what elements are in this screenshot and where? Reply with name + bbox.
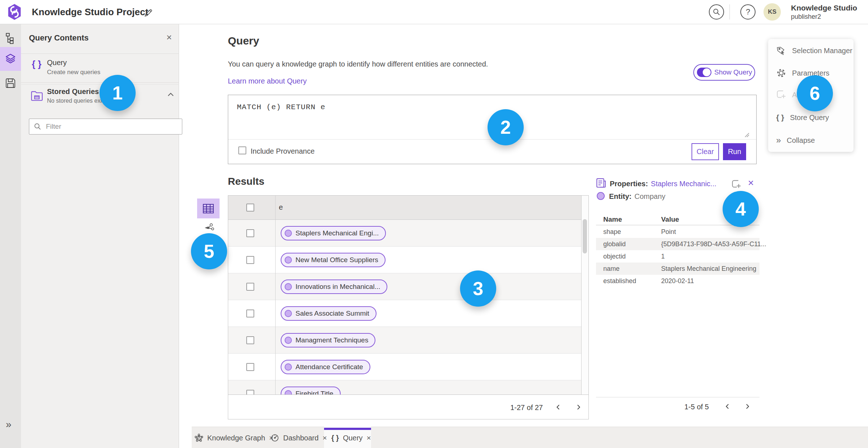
entity-dot-icon <box>285 337 292 344</box>
annotation-callout-5: 5 <box>191 233 227 269</box>
search-button[interactable] <box>709 4 724 20</box>
results-prev-page-button[interactable] <box>556 404 561 410</box>
entity-pill[interactable]: Sales Associate Summit <box>281 306 376 321</box>
table-row[interactable]: Sales Associate Summit <box>228 300 581 327</box>
entity-label: Staplers Mechanical Engi... <box>295 229 379 237</box>
property-value: 1 <box>661 250 665 263</box>
properties-prev-page-button[interactable] <box>725 404 731 409</box>
help-button[interactable]: ? <box>740 4 756 20</box>
properties-icon <box>596 178 606 189</box>
layers-icon <box>5 53 16 65</box>
learn-more-link[interactable]: Learn more about Query <box>228 77 307 85</box>
row-checkbox[interactable] <box>246 229 254 237</box>
table-row[interactable]: Managment Techniques <box>228 327 581 354</box>
table-row[interactable]: New Metal Office Suppliers <box>228 247 581 273</box>
properties-header: Properties: Staplers Mechanic... <box>610 180 716 188</box>
entity-pill[interactable]: Staplers Mechanical Engi... <box>281 226 386 240</box>
tab-knowledge-graph[interactable]: Knowledge Graph × <box>195 433 273 443</box>
annotation-callout-1: 1 <box>99 75 136 111</box>
show-query-toggle[interactable]: Show Query <box>693 64 755 81</box>
tab-dashboard[interactable]: Dashboard × <box>271 433 327 443</box>
panel-item-query-title: Query <box>47 59 67 67</box>
save-rail-button[interactable] <box>5 77 16 89</box>
property-value: Point <box>661 226 676 238</box>
user-info[interactable]: Knowledge Studio publisher2 <box>791 4 857 21</box>
panel-close-button[interactable]: × <box>166 32 172 43</box>
entity-label: Sales Associate Summit <box>295 310 369 317</box>
knowledge-studio-app: Knowledge Studio Project ? KS Knowledge … <box>0 0 868 448</box>
panel-item-query[interactable]: { } Query Create new queries <box>21 54 179 82</box>
edit-title-pencil-icon[interactable] <box>144 8 153 17</box>
row-checkbox[interactable] <box>246 283 254 291</box>
properties-entity-link[interactable]: Staplers Mechanic... <box>651 180 716 188</box>
resize-handle[interactable] <box>743 131 750 138</box>
table-row[interactable]: Staplers Mechanical Engi... <box>228 220 581 247</box>
store-query-button[interactable]: { } Store Query <box>768 108 854 127</box>
select-all-checkbox[interactable] <box>246 204 254 212</box>
app-logo-icon[interactable] <box>7 4 22 20</box>
table-view-button[interactable] <box>197 199 220 218</box>
results-table-card: e Staplers Mechanical Engi... New Metal … <box>228 195 589 419</box>
stored-queries-folder-icon <box>30 90 43 102</box>
callout-number: 6 <box>810 82 820 104</box>
entity-type: Company <box>634 192 665 201</box>
double-chevron-right-icon: » <box>6 419 12 430</box>
include-provenance-checkbox[interactable] <box>238 146 246 154</box>
data-model-rail-button[interactable] <box>4 32 17 44</box>
selection-manager-button[interactable]: Selection Manager <box>768 42 854 60</box>
row-checkbox[interactable] <box>246 310 254 317</box>
question-mark-icon: ? <box>746 7 750 17</box>
entity-pill[interactable]: Innovations in Mechanical... <box>281 280 387 294</box>
toggle-switch-on[interactable] <box>697 68 711 77</box>
table-row[interactable]: Firebird Title <box>228 380 581 394</box>
tab-label: Query <box>343 434 362 442</box>
results-next-page-button[interactable] <box>575 404 581 410</box>
properties-close-button[interactable]: × <box>748 177 754 189</box>
property-name: name <box>603 263 620 275</box>
table-row[interactable]: Innovations in Mechanical... <box>228 273 581 300</box>
tab-label: Knowledge Graph <box>207 434 265 442</box>
results-scrollbar-thumb[interactable] <box>583 219 587 253</box>
properties-next-page-button[interactable] <box>744 404 750 409</box>
user-avatar[interactable]: KS <box>763 3 781 21</box>
row-checkbox[interactable] <box>246 390 254 394</box>
expand-rail-button[interactable]: » <box>6 419 12 430</box>
callout-number: 4 <box>736 198 746 220</box>
graph-view-button[interactable] <box>204 223 214 232</box>
results-title: Results <box>228 176 264 187</box>
double-chevron-right-icon: » <box>776 135 781 145</box>
callout-number: 2 <box>501 116 511 138</box>
query-text[interactable]: MATCH (e) RETURN e <box>237 103 326 111</box>
add-to-new-button[interactable] <box>731 179 741 189</box>
row-checkbox[interactable] <box>246 363 254 371</box>
property-row: shape Point <box>596 226 760 238</box>
entity-label: Innovations in Mechanical... <box>295 283 380 291</box>
filter-input[interactable] <box>45 122 182 131</box>
entity-pill[interactable]: New Metal Office Suppliers <box>281 253 386 267</box>
run-button[interactable]: Run <box>723 143 746 160</box>
toggle-knob <box>703 68 711 76</box>
close-icon[interactable]: × <box>367 434 371 442</box>
clear-button[interactable]: Clear <box>692 143 719 160</box>
panel-item-query-subtitle: Create new queries <box>47 69 100 76</box>
tab-query-active[interactable]: { } Query × <box>331 433 371 443</box>
table-row[interactable]: Attendance Certificate <box>228 354 581 380</box>
chevron-left-icon <box>556 404 561 410</box>
entity-dot-icon <box>597 192 605 200</box>
query-description: You can query a knowledge graph to ident… <box>228 60 488 68</box>
property-name: shape <box>603 226 621 238</box>
row-checkbox[interactable] <box>246 336 254 344</box>
entity-pill[interactable]: Attendance Certificate <box>281 360 370 374</box>
contents-rail-button[interactable] <box>5 53 16 65</box>
collapse-section-button[interactable] <box>167 92 174 97</box>
entity-dot-icon <box>285 310 292 317</box>
topbar-divider <box>729 4 730 20</box>
entity-line: Entity: Company <box>609 192 665 201</box>
close-icon[interactable]: × <box>323 434 327 442</box>
entity-pill[interactable]: Firebird Title <box>281 387 341 394</box>
entity-label: New Metal Office Suppliers <box>295 256 378 264</box>
close-icon: × <box>748 177 754 188</box>
collapse-menu-button[interactable]: » Collapse <box>768 131 854 149</box>
row-checkbox[interactable] <box>246 256 254 264</box>
entity-pill[interactable]: Managment Techniques <box>281 333 375 347</box>
